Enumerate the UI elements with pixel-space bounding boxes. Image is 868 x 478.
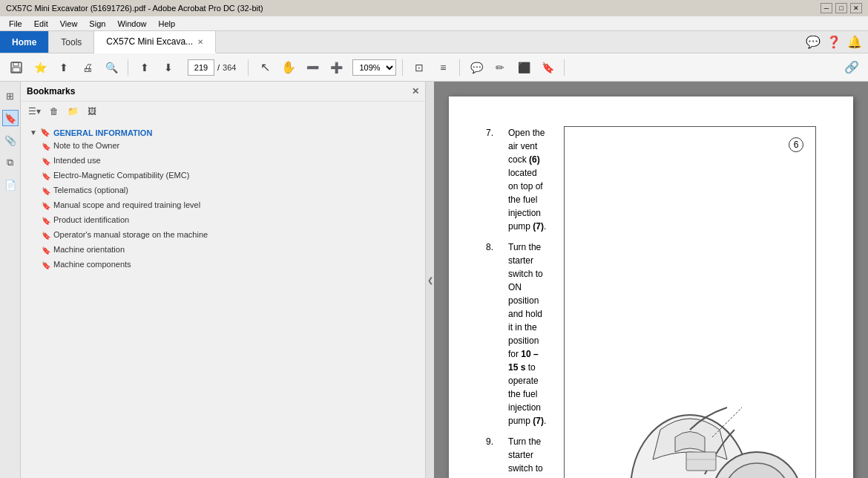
- tab-tools[interactable]: Tools: [49, 31, 94, 53]
- pdf-viewer[interactable]: 7. Open the air vent cock (6) located on…: [434, 82, 868, 478]
- bm-item-label-7: Machine orientation: [53, 244, 125, 255]
- bm-item-label-8: Machine components: [53, 259, 131, 270]
- notification-icon[interactable]: 🔔: [847, 35, 862, 49]
- zoom-select[interactable]: 109% 100% 75% 50% 125% 150%: [352, 59, 396, 76]
- bm-folder-button[interactable]: 📁: [65, 105, 82, 118]
- tab-home[interactable]: Home: [0, 31, 49, 53]
- step-7: 7. Open the air vent cock (6) located on…: [486, 126, 549, 233]
- bm-item-8[interactable]: 🔖 Machine components: [39, 258, 419, 272]
- layers2-icon[interactable]: ⧉: [2, 154, 19, 171]
- bm-delete-button[interactable]: 🗑: [47, 105, 62, 118]
- bm-section-label: GENERAL INFORMATION: [53, 128, 152, 137]
- attachment-icon[interactable]: 📎: [2, 132, 19, 148]
- fit-page-button[interactable]: ⊡: [409, 57, 430, 78]
- bm-children: 🔖 Note to the Owner 🔖 Intended use 🔖 Ele…: [27, 139, 419, 272]
- zoom-control[interactable]: 109% 100% 75% 50% 125% 150%: [352, 59, 396, 76]
- help-icon[interactable]: ❓: [826, 35, 841, 49]
- tab-close-button[interactable]: ✕: [197, 38, 203, 46]
- bm-bookmark-icon-3: 🔖: [42, 186, 50, 197]
- bm-item-2[interactable]: 🔖 Electro-Magnetic Compatibility (EMC): [39, 168, 419, 183]
- tab-document[interactable]: CX57C Mini Excava... ✕: [94, 31, 216, 53]
- step-9-text: Turn the starter switch to OFF position.: [508, 435, 549, 478]
- print-button[interactable]: 🖨: [77, 57, 98, 78]
- bm-item-label-4: Manual scope and required training level: [53, 200, 200, 211]
- step-9: 9. Turn the starter switch to OFF positi…: [486, 435, 549, 478]
- zoom-in-button[interactable]: ➕: [326, 57, 346, 78]
- bm-item-label-0: Note to the Owner: [53, 140, 119, 151]
- upload-button[interactable]: ⬆: [53, 57, 74, 78]
- page-number-input[interactable]: [188, 59, 214, 76]
- svg-rect-2: [13, 68, 20, 72]
- save-button[interactable]: [6, 57, 27, 78]
- bm-options-button[interactable]: ☰▾: [25, 105, 44, 118]
- chat-icon[interactable]: 💬: [806, 35, 821, 49]
- menu-file[interactable]: File: [3, 18, 28, 30]
- toolbar: ⭐ ⬆ 🖨 🔍 ⬆ ⬇ / 364 ↖ ✋ ➖ ➕ 109% 100% 75% …: [0, 53, 868, 82]
- nav-next-button[interactable]: ⬇: [158, 57, 179, 78]
- step-7-text: Open the air vent cock (6) located on to…: [508, 126, 549, 233]
- page-navigation: / 364: [188, 59, 236, 76]
- scrolling-button[interactable]: ≡: [433, 57, 453, 78]
- pdf-content: 7. Open the air vent cock (6) located on…: [486, 126, 816, 478]
- pdf-page: 7. Open the air vent cock (6) located on…: [449, 96, 853, 478]
- menu-help[interactable]: Help: [153, 18, 182, 30]
- redact-button[interactable]: ⬛: [513, 57, 534, 78]
- hand-tool[interactable]: ✋: [278, 57, 299, 78]
- bm-item-7[interactable]: 🔖 Machine orientation: [39, 243, 419, 258]
- separator-1: [128, 59, 128, 76]
- engine-svg: [571, 370, 809, 478]
- stamp-button[interactable]: 🔖: [537, 57, 558, 78]
- close-window-button[interactable]: ✕: [850, 3, 862, 13]
- collapse-handle[interactable]: ❮: [425, 82, 434, 478]
- bm-item-1[interactable]: 🔖 Intended use: [39, 154, 419, 168]
- tab-home-label: Home: [12, 37, 36, 48]
- menu-bar: File Edit View Sign Window Help: [0, 16, 868, 31]
- link-button[interactable]: 🔗: [841, 57, 862, 78]
- step-8-num: 8.: [486, 240, 508, 428]
- close-panel-button[interactable]: ✕: [412, 86, 419, 96]
- bm-item-6[interactable]: 🔖 Operator's manual storage on the machi…: [39, 228, 419, 243]
- bm-folder-icon: 🔖: [40, 128, 50, 137]
- bookmarks-panel: Bookmarks ✕ ☰▾ 🗑 📁 🖼 ▼ 🔖 GENERAL INFORMA…: [21, 82, 425, 478]
- comment-button[interactable]: 💬: [466, 57, 487, 78]
- bm-image-button[interactable]: 🖼: [85, 105, 99, 118]
- maximize-button[interactable]: □: [835, 3, 847, 13]
- title-bar: CX57C Mini Excavator (51691726).pdf - Ad…: [0, 0, 868, 16]
- nav-prev-button[interactable]: ⬆: [134, 57, 155, 78]
- menu-view[interactable]: View: [54, 18, 84, 30]
- bm-bookmark-icon-6: 🔖: [42, 231, 50, 241]
- bm-parent-general-info[interactable]: ▼ 🔖 GENERAL INFORMATION: [27, 126, 419, 139]
- menu-sign[interactable]: Sign: [83, 18, 111, 30]
- bookmark-button[interactable]: ⭐: [30, 57, 50, 78]
- engine-diagram: 6 7: [564, 126, 816, 478]
- edit-button[interactable]: ✏: [490, 57, 510, 78]
- diagram-label-6: 6: [789, 137, 803, 152]
- bm-item-0[interactable]: 🔖 Note to the Owner: [39, 139, 419, 154]
- bm-bookmark-icon-2: 🔖: [42, 171, 50, 182]
- bm-item-4[interactable]: 🔖 Manual scope and required training lev…: [39, 198, 419, 213]
- minimize-button[interactable]: ─: [821, 3, 832, 13]
- step-7-num: 7.: [486, 126, 508, 233]
- menu-edit[interactable]: Edit: [28, 18, 54, 30]
- collapse-icon: ▼: [30, 128, 37, 137]
- separator-5: [564, 59, 565, 76]
- bookmarks-title: Bookmarks: [27, 86, 75, 96]
- separator-3: [402, 59, 403, 76]
- bookmarks-icon[interactable]: 🔖: [2, 110, 19, 126]
- bm-item-3[interactable]: 🔖 Telematics (optional): [39, 183, 419, 198]
- pdf-text-section: 7. Open the air vent cock (6) located on…: [486, 126, 549, 478]
- page-total: 364: [223, 63, 236, 72]
- time-ref: 10 – 15 s: [508, 349, 539, 373]
- cursor-tool[interactable]: ↖: [254, 57, 275, 78]
- page-separator: /: [217, 63, 220, 72]
- separator-2: [248, 59, 249, 76]
- search-button[interactable]: 🔍: [101, 57, 122, 78]
- bm-item-5[interactable]: 🔖 Product identification: [39, 213, 419, 228]
- bookmarks-list: ▼ 🔖 GENERAL INFORMATION 🔖 Note to the Ow…: [21, 122, 425, 478]
- zoom-out-button[interactable]: ➖: [302, 57, 323, 78]
- step-8-text: Turn the starter switch to ON position a…: [508, 240, 549, 428]
- menu-window[interactable]: Window: [111, 18, 152, 30]
- layers-icon[interactable]: ⊞: [2, 88, 19, 104]
- bm-bookmark-icon-4: 🔖: [42, 201, 50, 212]
- page-icon[interactable]: 📄: [2, 177, 19, 193]
